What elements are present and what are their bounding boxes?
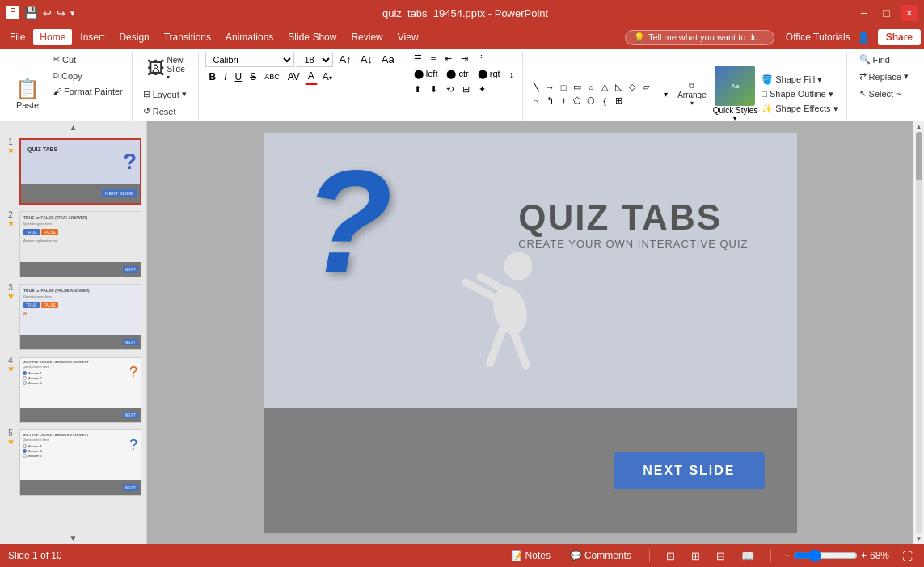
smallcaps-button[interactable]: ABC xyxy=(261,71,283,83)
shape-round-rect[interactable]: ▭ xyxy=(571,81,584,94)
reading-view-button[interactable]: 📖 xyxy=(738,548,757,564)
comments-button[interactable]: 💬 Comments xyxy=(565,548,636,563)
menu-view[interactable]: View xyxy=(391,29,425,45)
shape-penta[interactable]: ⬠ xyxy=(571,95,584,108)
save-icon[interactable]: 💾 xyxy=(24,6,38,19)
minimize-button[interactable]: − xyxy=(855,5,871,21)
slide-thumb-3[interactable]: TRUE or FALSE (FALSE ANSWER) Question go… xyxy=(19,284,141,350)
find-button[interactable]: 🔍 Find xyxy=(854,52,914,67)
canvas-area[interactable]: ? xyxy=(147,121,913,544)
line-spacing-button[interactable]: ↕ xyxy=(505,68,518,81)
vertical-scroll-thumb[interactable] xyxy=(916,132,922,180)
font-size-select[interactable]: 18 xyxy=(297,53,333,67)
normal-view-button[interactable]: ⊡ xyxy=(663,548,678,564)
notes-button[interactable]: 📝 Notes xyxy=(506,548,555,563)
shape-arrow[interactable]: → xyxy=(543,81,556,94)
zoom-slider[interactable] xyxy=(793,549,858,562)
align-center-button[interactable]: ⬤ ctr xyxy=(442,67,472,81)
shape-bend-arrow[interactable]: ↰ xyxy=(543,95,556,108)
strikethrough-button[interactable]: S xyxy=(247,70,259,84)
shape-rect[interactable]: □ xyxy=(557,81,570,94)
menu-home[interactable]: Home xyxy=(33,29,72,45)
decrease-indent-button[interactable]: ⇤ xyxy=(441,52,456,66)
copy-button[interactable]: ⧉ Copy xyxy=(49,68,127,83)
new-slide-button[interactable]: 🖼 New Slide ▾ xyxy=(139,52,194,85)
office-tutorials-link[interactable]: Office Tutorials xyxy=(786,32,850,43)
menu-review[interactable]: Review xyxy=(344,29,389,45)
outline-view-button[interactable]: ⊟ xyxy=(713,548,728,564)
increase-font-button[interactable]: A↑ xyxy=(335,52,354,67)
share-button[interactable]: Share xyxy=(878,29,921,45)
maximize-button[interactable]: □ xyxy=(878,5,894,21)
fit-slide-button[interactable]: ⛶ xyxy=(899,548,916,564)
align-left-button[interactable]: ⬤ left xyxy=(410,67,442,81)
menu-design[interactable]: Design xyxy=(112,29,155,45)
scroll-up-button[interactable]: ▲ xyxy=(916,123,922,130)
slide-thumb-2[interactable]: TRUE or FALSE (TRUE ANSWER) Question goe… xyxy=(19,211,141,277)
layout-button[interactable]: ⊟ Layout ▾ xyxy=(139,87,194,102)
shape-outline-button[interactable]: □ Shape Outline ▾ xyxy=(758,87,841,101)
format-painter-button[interactable]: 🖌 Format Painter xyxy=(49,84,127,99)
shape-ellipse[interactable]: ○ xyxy=(584,81,597,94)
cut-button[interactable]: ✂ Cut xyxy=(49,52,127,67)
clear-format-button[interactable]: Aa xyxy=(378,52,398,67)
decrease-spacing-button[interactable]: ⬇ xyxy=(426,83,441,96)
slide-item-1[interactable]: 1 ★ QUIZ TABS ? NEXT SLIDE xyxy=(3,137,143,206)
shape-expand[interactable]: ⊞ xyxy=(612,95,625,108)
vertical-scroll-track[interactable] xyxy=(916,132,922,534)
shape-notch[interactable]: ⟩ xyxy=(557,95,570,108)
numbering-button[interactable]: ≡ xyxy=(427,53,440,66)
columns-button[interactable]: ⋮ xyxy=(473,52,490,66)
menu-file[interactable]: File xyxy=(3,29,32,45)
slide-thumb-4[interactable]: MULTIPLE CHOICE - ANSWER 1 CORRECT Quest… xyxy=(19,357,141,423)
shape-rt-tri[interactable]: ◺ xyxy=(612,81,625,94)
slide-item-5[interactable]: 5 ★ MULTIPLE CHOICE - ANSWER 2 CORRECT Q… xyxy=(3,428,143,497)
undo-icon[interactable]: ↩ xyxy=(43,7,52,19)
redo-icon[interactable]: ↪ xyxy=(57,7,65,19)
increase-spacing-button[interactable]: ⬆ xyxy=(410,83,425,96)
reset-button[interactable]: ↺ Reset xyxy=(139,104,194,119)
bullets-button[interactable]: ☰ xyxy=(410,52,426,66)
scroll-up-arrow[interactable]: ▲ xyxy=(0,121,146,133)
shape-para[interactable]: ▱ xyxy=(639,81,652,94)
scroll-down-button[interactable]: ▼ xyxy=(916,535,922,543)
shape-trap[interactable]: ⏢ xyxy=(530,95,542,108)
italic-button[interactable]: I xyxy=(221,70,230,84)
close-button[interactable]: × xyxy=(901,5,918,21)
zoom-in-button[interactable]: + xyxy=(861,550,867,561)
shape-fill-button[interactable]: 🪣 Shape Fill ▾ xyxy=(758,73,841,87)
slide-thumb-1[interactable]: QUIZ TABS ? NEXT SLIDE xyxy=(19,138,141,205)
select-button[interactable]: ↖ Select ~ xyxy=(854,86,914,101)
shape-diamond[interactable]: ◇ xyxy=(626,81,639,94)
shape-hex[interactable]: ⬡ xyxy=(584,95,597,108)
text-direction-button[interactable]: ⟲ xyxy=(442,83,458,96)
smartart-button[interactable]: ✦ xyxy=(475,83,490,96)
quick-styles-button[interactable]: Aa Quick Styles ▾ xyxy=(713,66,758,122)
slide-canvas[interactable]: ? xyxy=(264,133,797,533)
menu-insert[interactable]: Insert xyxy=(74,29,111,45)
slide-item-3[interactable]: 3 ★ TRUE or FALSE (FALSE ANSWER) Questio… xyxy=(3,282,143,352)
menu-slideshow[interactable]: Slide Show xyxy=(281,29,343,45)
font-family-select[interactable]: Calibri xyxy=(205,53,294,67)
grid-view-button[interactable]: ⊞ xyxy=(688,548,703,564)
bold-button[interactable]: B xyxy=(205,70,219,84)
underline-button[interactable]: U xyxy=(231,70,245,84)
highlight-button[interactable]: A▾ xyxy=(319,70,335,84)
next-slide-button[interactable]: NEXT SLIDE xyxy=(614,452,764,489)
decrease-font-button[interactable]: A↓ xyxy=(357,52,376,67)
spacing-button[interactable]: AV xyxy=(285,70,303,84)
tell-me-input[interactable]: 💡 Tell me what you want to do... xyxy=(625,30,774,45)
slide-thumb-5[interactable]: MULTIPLE CHOICE - ANSWER 2 CORRECT Quest… xyxy=(19,429,141,496)
slide-item-2[interactable]: 2 ★ TRUE or FALSE (TRUE ANSWER) Question… xyxy=(3,209,143,279)
text-align-vert-button[interactable]: ⊟ xyxy=(458,83,474,96)
increase-indent-button[interactable]: ⇥ xyxy=(457,52,472,66)
shape-line[interactable]: ╲ xyxy=(530,81,542,94)
shape-brace[interactable]: { xyxy=(598,95,611,108)
zoom-out-button[interactable]: − xyxy=(784,550,790,561)
menu-transitions[interactable]: Transitions xyxy=(158,29,217,45)
align-right-button[interactable]: ⬤ rgt xyxy=(474,67,504,81)
shapes-expand-button[interactable]: ▾ xyxy=(660,87,671,100)
scroll-down-arrow[interactable]: ▼ xyxy=(0,532,146,544)
slide-item-4[interactable]: 4 ★ MULTIPLE CHOICE - ANSWER 1 CORRECT Q… xyxy=(3,355,143,425)
shape-triangle[interactable]: △ xyxy=(598,81,611,94)
